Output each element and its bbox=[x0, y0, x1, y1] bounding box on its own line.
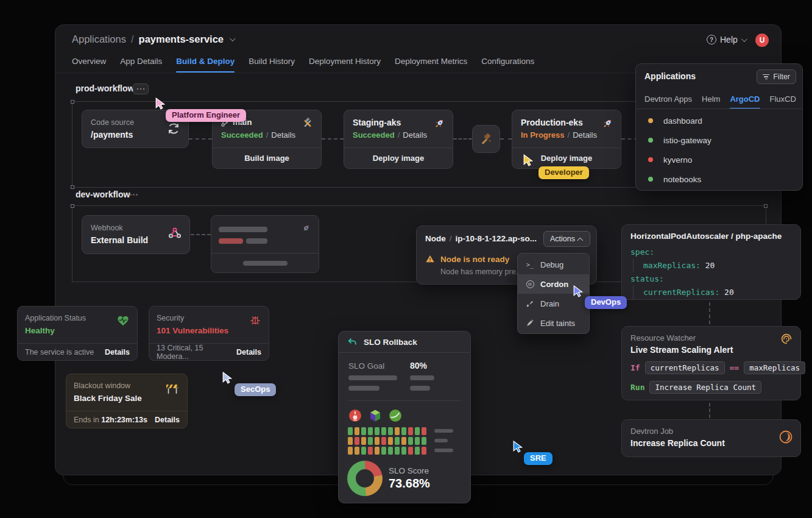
security-details-link[interactable]: Details bbox=[236, 348, 261, 357]
developer-cursor bbox=[523, 154, 535, 169]
heat-cell bbox=[381, 437, 386, 445]
tab-devtron-apps[interactable]: Devtron Apps bbox=[644, 94, 692, 109]
tab-argocd[interactable]: ArgoCD bbox=[730, 94, 760, 109]
resource-watcher-panel: Resource Watcher Live Stream Scaling Ale… bbox=[621, 326, 801, 400]
app-status-value: Healthy bbox=[25, 326, 55, 335]
app-status-details-link[interactable]: Details bbox=[105, 348, 130, 357]
pipeline-connector bbox=[500, 138, 512, 140]
app-list-item[interactable]: notebooks bbox=[636, 169, 802, 189]
production-env-name[interactable]: Production-eks bbox=[521, 118, 583, 127]
pen-icon bbox=[525, 319, 535, 327]
heat-cell bbox=[388, 437, 393, 445]
flow-connector bbox=[709, 403, 710, 418]
heat-cell bbox=[395, 447, 400, 455]
sre-badge: SRE bbox=[524, 452, 553, 465]
app-list-item[interactable]: dashboard bbox=[636, 111, 802, 130]
menu-item-edit-taints[interactable]: Edit taints bbox=[518, 313, 589, 333]
tab-deployment-history[interactable]: Deployment History bbox=[309, 57, 381, 73]
build-details-link[interactable]: Details bbox=[271, 130, 295, 140]
approval-gate-node[interactable] bbox=[472, 125, 500, 153]
resource-watcher-label: Resource Watcher bbox=[630, 333, 696, 342]
tab-helm[interactable]: Helm bbox=[702, 94, 720, 109]
dots-icon bbox=[130, 194, 132, 196]
condition-left-chip[interactable]: currentReplicas bbox=[645, 361, 725, 374]
tab-fluxcd[interactable]: FluxCD bbox=[770, 94, 796, 109]
status-dot bbox=[648, 118, 653, 123]
heat-cell bbox=[415, 437, 420, 445]
help-menu[interactable]: ? Help bbox=[707, 35, 746, 44]
pipeline-connector bbox=[189, 138, 212, 140]
staging-env-name[interactable]: Staging-aks bbox=[353, 118, 401, 127]
hpa-yaml-panel: HorizontalPodAutoscaler / php-apache spe… bbox=[621, 224, 801, 300]
dots-icon bbox=[137, 88, 139, 90]
app-list-item[interactable]: kyverno bbox=[636, 150, 802, 169]
heat-cell bbox=[395, 427, 400, 435]
app-status-label: Application Status bbox=[25, 314, 86, 322]
hpa-title: HorizontalPodAutoscaler / php-apache bbox=[630, 232, 782, 241]
heat-cell bbox=[361, 447, 366, 455]
breadcrumb-root[interactable]: Applications bbox=[72, 34, 126, 45]
watcher-spiral-icon bbox=[780, 332, 793, 346]
question-icon: ? bbox=[707, 35, 716, 44]
staging-deploy-image-button[interactable]: Deploy image bbox=[344, 147, 453, 168]
undo-icon bbox=[347, 337, 358, 347]
tab-build-history[interactable]: Build History bbox=[249, 57, 295, 73]
avatar[interactable]: U bbox=[755, 34, 769, 47]
build-status: Succeeded bbox=[221, 130, 263, 140]
production-details-link[interactable]: Details bbox=[573, 130, 597, 140]
security-label: Security bbox=[157, 314, 184, 322]
tab-build-and-deploy[interactable]: Build & Deploy bbox=[176, 57, 235, 73]
blackout-window-card: Blackout window Black Friday Sale Ends i… bbox=[66, 374, 188, 428]
selection-handle[interactable] bbox=[764, 204, 768, 208]
blackout-label: Blackout window bbox=[74, 381, 130, 390]
blackout-details-link[interactable]: Details bbox=[155, 416, 180, 424]
heat-cell bbox=[408, 427, 413, 435]
heat-cell bbox=[401, 427, 406, 435]
tab-overview[interactable]: Overview bbox=[72, 57, 106, 73]
condition-right-chip[interactable]: maxReplicas bbox=[744, 361, 805, 374]
blackout-countdown: 12h:23m:13s bbox=[101, 416, 147, 424]
dev-workflow-menu-button[interactable] bbox=[130, 194, 138, 196]
devops-cursor bbox=[573, 285, 585, 300]
tab-configurations[interactable]: Configurations bbox=[481, 57, 534, 73]
slo-heat-grid bbox=[348, 427, 426, 455]
slo-goal-value: 80% bbox=[410, 361, 427, 371]
heat-cell bbox=[408, 437, 413, 445]
selection-handle[interactable] bbox=[71, 100, 74, 104]
menu-item-debug[interactable]: >_ Debug bbox=[518, 255, 589, 274]
filter-button[interactable]: Filter bbox=[757, 69, 796, 84]
desktop-background: Applications / payments-service ? Help U… bbox=[0, 0, 812, 518]
heat-cell bbox=[408, 447, 413, 455]
heat-cell bbox=[348, 447, 353, 455]
app-list-item[interactable]: istio-gateway bbox=[636, 130, 802, 150]
selection-handle[interactable] bbox=[71, 204, 74, 208]
prod-workflow-title: prod-workflow bbox=[76, 83, 134, 93]
app-name[interactable]: payments-service bbox=[139, 34, 224, 45]
tab-deployment-metrics[interactable]: Deployment Metrics bbox=[395, 57, 467, 73]
node-actions-button[interactable]: Actions bbox=[543, 231, 590, 247]
staging-details-link[interactable]: Details bbox=[403, 130, 427, 140]
yaml-key: currentReplicas: bbox=[643, 288, 719, 297]
webhook-card[interactable]: Webhook External Build bbox=[82, 215, 190, 254]
webhook-icon bbox=[168, 225, 182, 240]
barrier-icon bbox=[165, 381, 180, 395]
heat-cell bbox=[415, 447, 420, 455]
yaml-key: maxReplicas: bbox=[643, 261, 701, 270]
prod-workflow-menu-button[interactable] bbox=[133, 83, 149, 94]
selection-handle[interactable] bbox=[71, 185, 74, 189]
build-image-button[interactable]: Build image bbox=[213, 147, 321, 168]
yaml-value: 20 bbox=[705, 261, 715, 270]
secops-badge: SecOps bbox=[235, 383, 276, 396]
heat-cell bbox=[361, 427, 366, 435]
git-sync-icon bbox=[166, 121, 181, 136]
pipeline-connector bbox=[322, 138, 344, 140]
app-item-name: istio-gateway bbox=[663, 136, 711, 145]
tab-app-details[interactable]: App Details bbox=[120, 57, 162, 73]
yaml-value: 20 bbox=[724, 288, 734, 297]
heart-pulse-icon bbox=[116, 314, 130, 327]
heat-cell bbox=[422, 447, 426, 455]
application-status-card: Application Status Healthy The service i… bbox=[17, 306, 138, 361]
prometheus-icon bbox=[348, 408, 362, 423]
run-action-chip[interactable]: Increase Replica Count bbox=[649, 381, 761, 394]
yaml-key: spec: bbox=[630, 247, 654, 257]
